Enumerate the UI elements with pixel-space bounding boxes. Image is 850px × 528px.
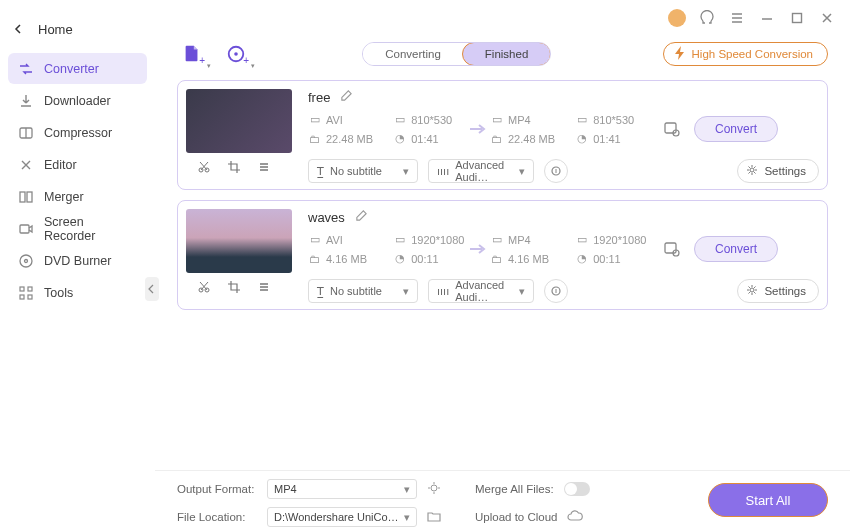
svg-rect-21 bbox=[665, 243, 676, 253]
titlebar bbox=[155, 0, 850, 32]
adjust-button[interactable] bbox=[544, 279, 568, 303]
dst-duration: ◔01:41 bbox=[575, 132, 650, 145]
file-location-label: File Location: bbox=[177, 511, 257, 523]
chevron-down-icon: ▾ bbox=[519, 165, 525, 178]
subtitle-icon: T̲ bbox=[317, 285, 324, 298]
minimize-icon[interactable] bbox=[758, 9, 776, 27]
open-folder-icon[interactable] bbox=[427, 509, 441, 525]
dst-format: ▭MP4 bbox=[490, 233, 557, 246]
cloud-icon[interactable] bbox=[567, 510, 583, 524]
sidebar-item-editor[interactable]: Editor bbox=[8, 149, 147, 180]
sidebar-item-label: Editor bbox=[44, 158, 77, 172]
sidebar-item-compressor[interactable]: Compressor bbox=[8, 117, 147, 148]
download-icon bbox=[18, 93, 34, 109]
rename-icon[interactable] bbox=[355, 209, 368, 225]
support-icon[interactable] bbox=[698, 9, 716, 27]
editor-icon bbox=[18, 157, 34, 173]
arrow-icon bbox=[468, 122, 490, 136]
output-settings-icon[interactable] bbox=[650, 240, 694, 258]
main: + ▾ + ▾ Converting Finished High Speed C… bbox=[155, 0, 850, 528]
trim-icon[interactable] bbox=[196, 159, 212, 175]
sidebar-item-downloader[interactable]: Downloader bbox=[8, 85, 147, 116]
dst-resolution: ▭1920*1080 bbox=[575, 233, 650, 246]
sidebar-item-dvd-burner[interactable]: DVD Burner bbox=[8, 245, 147, 276]
src-duration: ◔01:41 bbox=[393, 132, 468, 145]
svg-point-18 bbox=[750, 168, 754, 172]
src-resolution: ▭810*530 bbox=[393, 113, 468, 126]
svg-point-25 bbox=[431, 485, 437, 491]
high-speed-label: High Speed Conversion bbox=[692, 48, 813, 60]
merge-label: Merge All Files: bbox=[475, 483, 554, 495]
subtitle-icon: T̲ bbox=[317, 165, 324, 178]
file-card: waves ▭AVI ▭1920*1080 🗀4.16 MB ◔00:11 bbox=[177, 200, 828, 310]
back-icon bbox=[14, 22, 24, 37]
sidebar-item-label: DVD Burner bbox=[44, 254, 111, 268]
sidebar-item-label: Compressor bbox=[44, 126, 112, 140]
high-speed-button[interactable]: High Speed Conversion bbox=[663, 42, 828, 66]
sidebar-item-label: Downloader bbox=[44, 94, 111, 108]
svg-point-24 bbox=[750, 288, 754, 292]
trim-icon[interactable] bbox=[196, 279, 212, 295]
start-all-button[interactable]: Start All bbox=[708, 483, 828, 517]
upload-label: Upload to Cloud bbox=[475, 511, 557, 523]
sidebar-item-merger[interactable]: Merger bbox=[8, 181, 147, 212]
dst-size: 🗀4.16 MB bbox=[490, 252, 557, 265]
src-resolution: ▭1920*1080 bbox=[393, 233, 468, 246]
thumbnail[interactable] bbox=[186, 89, 292, 153]
src-size: 🗀4.16 MB bbox=[308, 252, 375, 265]
recorder-icon bbox=[18, 221, 34, 237]
audio-dropdown[interactable]: ııııAdvanced Audi…▾ bbox=[428, 279, 534, 303]
add-disc-button[interactable]: + ▾ bbox=[221, 40, 251, 68]
add-file-button[interactable]: + ▾ bbox=[177, 40, 207, 68]
svg-rect-1 bbox=[20, 192, 25, 202]
settings-button[interactable]: Settings bbox=[737, 159, 819, 183]
bolt-icon bbox=[674, 46, 686, 62]
merger-icon bbox=[18, 189, 34, 205]
avatar-icon[interactable] bbox=[668, 9, 686, 27]
nav: Converter Downloader Compressor Editor M… bbox=[8, 53, 147, 308]
audio-icon: ıııı bbox=[437, 285, 449, 297]
sidebar-item-label: Screen Recorder bbox=[44, 215, 137, 243]
settings-label: Settings bbox=[764, 285, 806, 297]
gear-icon bbox=[746, 284, 758, 298]
merge-toggle[interactable] bbox=[564, 482, 590, 496]
output-settings-icon[interactable] bbox=[650, 120, 694, 138]
more-icon[interactable] bbox=[256, 279, 272, 295]
close-icon[interactable] bbox=[818, 9, 836, 27]
home-back[interactable]: Home bbox=[8, 18, 147, 53]
tools-icon bbox=[18, 285, 34, 301]
compressor-icon bbox=[18, 125, 34, 141]
src-duration: ◔00:11 bbox=[393, 252, 468, 265]
convert-button[interactable]: Convert bbox=[694, 116, 778, 142]
crop-icon[interactable] bbox=[226, 159, 242, 175]
svg-rect-3 bbox=[20, 225, 29, 233]
chevron-down-icon: ▾ bbox=[519, 285, 525, 298]
convert-button[interactable]: Convert bbox=[694, 236, 778, 262]
output-format-dropdown[interactable]: MP4▾ bbox=[267, 479, 417, 499]
crop-icon[interactable] bbox=[226, 279, 242, 295]
tab-converting[interactable]: Converting bbox=[363, 43, 463, 65]
subtitle-dropdown[interactable]: T̲No subtitle▾ bbox=[308, 279, 418, 303]
svg-point-12 bbox=[234, 52, 238, 56]
maximize-icon[interactable] bbox=[788, 9, 806, 27]
sidebar-item-screen-recorder[interactable]: Screen Recorder bbox=[8, 213, 147, 244]
sidebar-item-converter[interactable]: Converter bbox=[8, 53, 147, 84]
output-settings-gear-icon[interactable] bbox=[427, 481, 441, 497]
arrow-icon bbox=[468, 242, 490, 256]
menu-icon[interactable] bbox=[728, 9, 746, 27]
adjust-button[interactable] bbox=[544, 159, 568, 183]
file-location-dropdown[interactable]: D:\Wondershare UniConverter 1▾ bbox=[267, 507, 417, 527]
toolbar: + ▾ + ▾ Converting Finished High Speed C… bbox=[155, 32, 850, 78]
svg-point-5 bbox=[25, 259, 28, 262]
settings-button[interactable]: Settings bbox=[737, 279, 819, 303]
audio-dropdown[interactable]: ııııAdvanced Audi…▾ bbox=[428, 159, 534, 183]
subtitle-dropdown[interactable]: T̲No subtitle▾ bbox=[308, 159, 418, 183]
rename-icon[interactable] bbox=[340, 89, 353, 105]
tab-finished[interactable]: Finished bbox=[462, 42, 551, 66]
sidebar-item-tools[interactable]: Tools bbox=[8, 277, 147, 308]
svg-rect-6 bbox=[20, 287, 24, 291]
more-icon[interactable] bbox=[256, 159, 272, 175]
thumbnail[interactable] bbox=[186, 209, 292, 273]
file-name: waves bbox=[308, 210, 345, 225]
gear-icon bbox=[746, 164, 758, 178]
